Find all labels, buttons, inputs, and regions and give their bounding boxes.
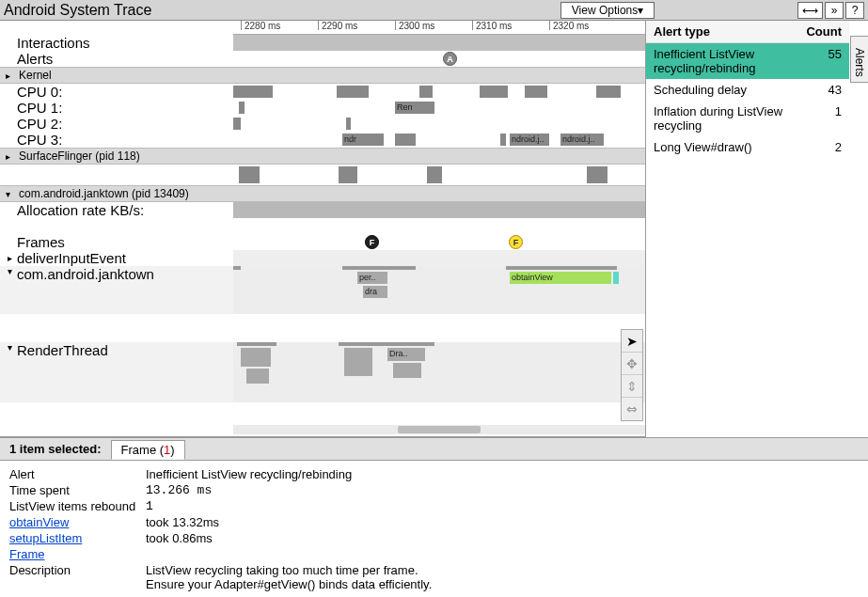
ruler-tick: 2290 ms (318, 21, 357, 30)
slice[interactable]: ndroid.j.. (560, 134, 604, 146)
detail-key: Alert (9, 467, 146, 481)
alerts-row[interactable]: Inflation during ListView recycling 1 (646, 101, 849, 136)
detail-value: 1 (146, 499, 859, 513)
track-label-jank-thread: com.android.janktown (17, 266, 154, 282)
section-kernel-label: Kernel (19, 69, 52, 82)
detail-value: ListView recycling taking too much time … (146, 563, 859, 591)
alerts-header-type: Alert type (654, 24, 806, 39)
alert-marker-icon[interactable]: A (443, 52, 457, 66)
detail-link[interactable]: Frame (9, 547, 45, 561)
frame-marker-icon[interactable]: F (365, 235, 379, 249)
detail-value: Inefficient ListView recycling/rebinding (146, 467, 859, 481)
detail-value: took 0.86ms (146, 531, 859, 545)
alerts-header-count: Count (806, 24, 842, 39)
alerts-row-type: Inflation during ListView recycling (654, 104, 835, 133)
detail-key: obtainView (9, 515, 146, 529)
section-surfaceflinger[interactable]: ▸ SurfaceFlinger (pid 118) (0, 148, 645, 165)
chevron-down-icon: ▾ (6, 189, 15, 199)
detail-value: 13.266 ms (146, 483, 859, 497)
alerts-side-tab[interactable]: Alerts (850, 36, 868, 83)
alerts-row-type: Long View#draw() (654, 140, 835, 154)
app-title: Android System Trace (4, 2, 151, 19)
alerts-panel: Alert type Count Inefficient ListView re… (645, 21, 868, 437)
ruler-tick: 2300 ms (395, 21, 434, 30)
track-label-interactions: Interactions (0, 35, 233, 51)
slice-dra2[interactable]: Dra.. (387, 348, 425, 361)
time-ruler[interactable]: 2280 ms 2290 ms 2300 ms 2310 ms 2320 ms (233, 21, 645, 35)
track-label-frames: Frames (0, 234, 233, 250)
slice[interactable]: ndroid.j.. (510, 134, 549, 146)
alerts-row[interactable]: Scheduling delay 43 (646, 79, 849, 101)
track-label-allocation: Allocation rate KB/s: (0, 202, 233, 218)
detail-key: Description (9, 563, 146, 591)
alerts-row-count: 43 (829, 83, 842, 97)
more-button[interactable]: » (825, 2, 844, 19)
detail-tab-frame[interactable]: Frame (1) (111, 440, 185, 460)
detail-value (146, 547, 859, 561)
track-label-deliver: deliverInputEvent (17, 250, 126, 266)
detail-key: Time spent (9, 483, 146, 497)
track-label-cpu0: CPU 0: (0, 84, 233, 100)
selection-count-label: 1 item selected: (9, 442, 102, 456)
ruler-tick: 2280 ms (241, 21, 280, 30)
alerts-row[interactable]: Long View#draw() 2 (646, 136, 849, 158)
alerts-row-count: 2 (835, 140, 842, 154)
trace-timeline[interactable]: 2280 ms 2290 ms 2300 ms 2310 ms 2320 ms … (0, 21, 645, 437)
chevron-down-icon: ▾ (8, 342, 17, 353)
detail-panel: 1 item selected: Frame (1) AlertIneffici… (0, 437, 868, 597)
section-surfaceflinger-label: SurfaceFlinger (pid 118) (19, 149, 140, 163)
pointer-tool-button[interactable]: ➤ (622, 330, 642, 353)
alerts-row-count: 55 (829, 47, 842, 75)
alerts-row-count: 1 (835, 104, 842, 133)
slice-ndr[interactable]: ndr (342, 134, 384, 146)
slice-dra[interactable]: dra (363, 286, 387, 298)
detail-value: took 13.32ms (146, 515, 859, 529)
alerts-row-type: Scheduling delay (654, 83, 829, 97)
nav-toolbox: ➤ ✥ ⇕ ⇔ (621, 329, 643, 421)
alerts-row-type: Inefficient ListView recycling/rebinding (654, 47, 829, 75)
detail-link[interactable]: obtainView (9, 515, 69, 529)
fit-button[interactable]: ⟷ (797, 2, 823, 19)
ruler-tick: 2320 ms (549, 21, 589, 30)
slice-obtain-view[interactable]: obtainView (510, 272, 611, 284)
frame-marker-icon[interactable]: F (509, 235, 523, 249)
track-label-render-thread: RenderThread (17, 342, 108, 358)
section-kernel[interactable]: ▸ Kernel (0, 67, 645, 84)
help-button[interactable]: ? (845, 2, 864, 19)
pan-tool-button[interactable]: ✥ (622, 353, 642, 375)
section-janktown-label: com.android.janktown (pid 13409) (19, 187, 189, 200)
chevron-right-icon: ▸ (8, 253, 17, 263)
section-janktown[interactable]: ▾ com.android.janktown (pid 13409) (0, 185, 645, 202)
track-label-cpu3: CPU 3: (0, 132, 233, 148)
track-label-cpu1: CPU 1: (0, 100, 233, 116)
chevron-right-icon: ▸ (6, 151, 15, 162)
detail-key: Frame (9, 547, 146, 561)
alerts-row[interactable]: Inefficient ListView recycling/rebinding… (646, 43, 849, 79)
timing-tool-button[interactable]: ⇔ (622, 398, 642, 420)
slice-ren[interactable]: Ren (395, 102, 434, 114)
detail-key: setupListItem (9, 531, 146, 545)
track-label-alerts: Alerts (0, 51, 233, 67)
horizontal-scrollbar[interactable] (233, 425, 645, 434)
view-options-dropdown[interactable]: View Options▾ (560, 2, 655, 19)
chevron-down-icon: ▾ (8, 266, 17, 276)
detail-key: ListView items rebound (9, 499, 146, 513)
ruler-tick: 2310 ms (472, 21, 512, 30)
track-label-cpu2: CPU 2: (0, 116, 233, 132)
slice-per[interactable]: per.. (357, 272, 387, 284)
zoom-tool-button[interactable]: ⇕ (622, 375, 642, 398)
chevron-right-icon: ▸ (6, 71, 15, 81)
detail-link[interactable]: setupListItem (9, 531, 82, 545)
slice[interactable] (613, 272, 619, 284)
